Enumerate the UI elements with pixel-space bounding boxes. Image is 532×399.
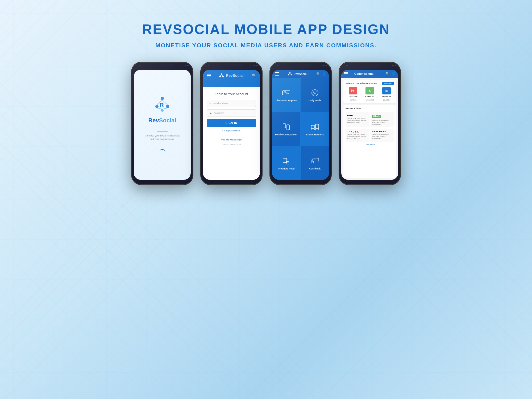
page-header: REVSOCIAL MOBILE APP DESIGN MONETISE YOU… [0,0,532,49]
brand-rev: Rev [148,117,159,124]
login-brand: RevSocial [226,73,244,78]
coupon-label: Discount Coupons [276,99,297,102]
stores-icon [310,122,320,132]
email-input[interactable]: ✉ Email Address [207,100,256,107]
products-label: Products Feed [278,167,295,170]
stat-confirmed: £4456.90 confirmed [362,87,377,101]
form-divider [207,136,256,136]
stats-card-header: Sales & Commissions Stats View Stats [346,82,394,85]
menu-icon[interactable] [275,72,279,76]
pending-amount: £2312.96 [349,95,358,98]
mobile-icon [281,122,291,132]
phone-1-splash: R RevSocial Monetise your social media u… [132,62,193,185]
asos-brand: asos [347,114,367,117]
svg-rect-38 [311,128,314,130]
stats-boxes: £2312.96 pending [346,87,394,101]
search-icon[interactable]: 🔍 [316,72,320,76]
user-icon[interactable]: 👤 [322,72,326,76]
grid-item-stores-banners[interactable]: Stores Banners [301,112,329,146]
password-input[interactable]: 🔒 Password [207,109,256,117]
phone-camera [136,65,138,67]
lock-icon: 🔒 [209,112,212,114]
user-icon[interactable]: 👤 [392,72,396,76]
phone-notch [359,64,380,66]
password-placeholder: Password [214,112,224,114]
phone-1-screen: R RevSocial Monetise your social media u… [134,70,191,180]
skechers-desc: Get 40% off every plan+ Free Bars, Shake… [372,134,392,140]
home-logo: RevSocial [288,72,307,76]
target-brand: TARGET. [347,130,367,133]
deals-label: Daily Deals [309,99,321,102]
menu-icon[interactable] [207,74,211,77]
email-icon: ✉ [209,102,211,105]
header-icons: 🔍 👤 [385,72,396,76]
click-item-asos[interactable]: asos Limited Time Only! Buy 1 Get 1 50% … [346,112,369,127]
splash-brand-text: RevSocial [148,117,176,124]
phones-container: R RevSocial Monetise your social media u… [0,62,532,185]
phone-left-sensors [343,65,348,67]
search-icon[interactable]: 🔍 [252,73,256,78]
svg-text:%: % [286,92,289,94]
splash-loader [159,149,166,157]
load-more-button[interactable]: Load More [346,142,394,146]
svg-text:%: % [313,92,316,95]
grid-item-discount-coupons[interactable]: % Discount Coupons [272,78,300,112]
splash-logo: R RevSocial [148,93,176,124]
phone-right-sensors [323,65,327,66]
view-stats-button[interactable]: View Stats [382,82,394,85]
commissions-header: ← Commissions 🔍 👤 [341,70,398,78]
svg-point-26 [284,91,285,93]
svg-point-20 [289,72,291,74]
svg-line-19 [222,75,223,76]
header-logo: RevSocial [219,73,244,78]
login-header-bar: RevSocial 🔍 [207,73,256,78]
home-brand-text: RevSocial [293,72,307,76]
iherb-desc: Get 40% off every plan+ Free Bars, Shake… [372,119,392,126]
create-account-link[interactable]: Create new account [222,143,241,146]
phone-right-sensors [185,65,189,66]
stat-pending: £2312.96 pending [346,87,361,101]
phone-right-sensors [392,65,396,66]
grid-item-mobile-comparison[interactable]: Mobile Comparison [272,112,300,146]
forgot-password-link[interactable]: ℹ Forgot Password [222,130,240,132]
header-left: ← Commissions [344,72,373,75]
svg-rect-32 [283,124,286,128]
splash-screen: R RevSocial Monetise your social media u… [134,70,191,180]
grid-item-daily-deals[interactable]: % Daily Deals [301,78,329,112]
grid-item-cashback[interactable]: $ Cashback [301,146,329,180]
menu-icon[interactable] [344,72,348,75]
payable-label: payable [383,99,390,101]
search-icon[interactable]: 🔍 [385,72,389,76]
grid-item-products-feed[interactable]: + Products Feed [272,146,300,180]
svg-line-24 [290,73,291,74]
svg-point-8 [166,105,169,108]
phone-left-sensors [274,65,279,67]
asos-desc: Limited Time Only! Buy 1 Get 1 50% off A… [347,118,367,124]
skechers-brand: SKECHERS [372,130,392,133]
svg-rect-37 [315,124,319,128]
recent-clicks-card: Recent Clicks asos Limited Time Only! Bu… [343,105,396,178]
click-item-target[interactable]: TARGET. Limited Time Only! Buy 1 Get 1 5… [346,129,369,142]
svg-rect-36 [311,125,314,128]
header-logo-icon [219,73,224,78]
commissions-title: Commissions [354,72,373,75]
phone-4-screen: ← Commissions 🔍 👤 Sales & Commissions St… [341,70,398,180]
back-arrow-icon[interactable]: ← [350,72,353,75]
svg-point-21 [288,74,289,76]
phone-left-sensors [205,65,209,67]
phone-left-sensors [136,65,140,67]
pending-icon [349,87,357,94]
sign-in-button[interactable]: SIGN IN [207,119,256,127]
login-header: RevSocial 🔍 [203,70,260,87]
home-header: RevSocial 🔍 👤 [272,70,329,78]
payable-icon [382,87,391,94]
pending-label: pending [350,99,356,101]
svg-rect-0 [0,0,532,399]
stats-card: Sales & Commissions Stats View Stats [343,80,396,103]
svg-point-17 [222,76,224,77]
click-item-iherb[interactable]: iHerb Get 40% off every plan+ Free Bars,… [371,112,394,127]
confirmed-label: confirmed [366,99,374,101]
visit-without-login-link[interactable]: Visit site without login [221,139,242,141]
click-item-skechers[interactable]: SKECHERS Get 40% off every plan+ Free Ba… [371,129,394,142]
svg-rect-39 [315,128,319,130]
